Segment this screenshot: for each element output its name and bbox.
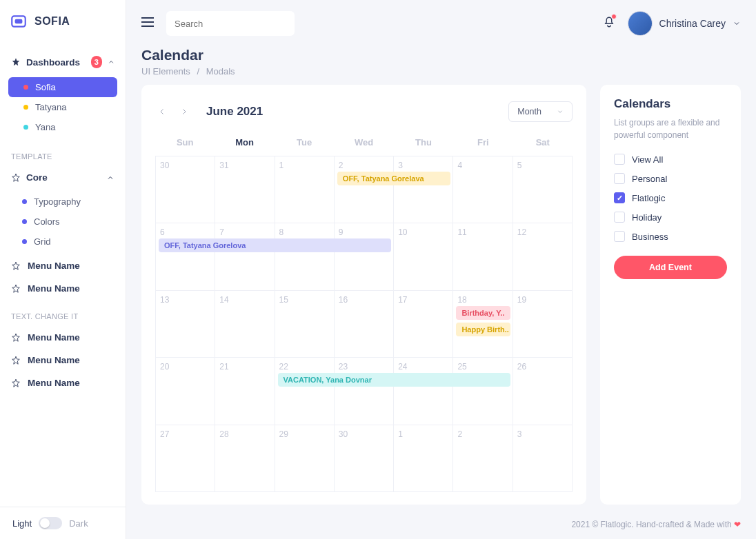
- calendar-cell[interactable]: 23: [335, 358, 394, 425]
- calendar-dow: Thu: [394, 132, 453, 156]
- calendar-cell[interactable]: 4: [453, 156, 513, 223]
- checkbox[interactable]: [614, 192, 625, 203]
- calendar-cell[interactable]: 12: [513, 223, 573, 290]
- calendar-cell[interactable]: 27: [156, 425, 215, 492]
- calendar-cell[interactable]: 7: [215, 223, 275, 290]
- add-event-button[interactable]: Add Event: [614, 256, 727, 279]
- calendar-cell[interactable]: 26: [513, 358, 573, 425]
- calendar-event[interactable]: OFF, Tatyana Gorelova: [159, 238, 391, 252]
- brand-name: SOFIA: [34, 15, 70, 28]
- calendar-view-select[interactable]: Month: [508, 101, 573, 122]
- sidebar-item[interactable]: Sofia: [8, 77, 117, 97]
- sidebar-menu-item[interactable]: Menu Name: [8, 349, 117, 372]
- calendar-cell[interactable]: 5: [513, 156, 573, 223]
- calendar-cell[interactable]: 28: [215, 425, 275, 492]
- calendar-cell[interactable]: 1: [275, 156, 335, 223]
- calendar-dow: Sun: [155, 132, 215, 156]
- calendar-cell[interactable]: 3: [394, 156, 453, 223]
- calendar-grid: 3031123456789101112131415161718192021222…: [155, 156, 573, 492]
- calendar-cell[interactable]: 14: [215, 291, 275, 358]
- sidebar: SOFIA Dashboards 3 SofiaTatyanaYana TEMP…: [0, 0, 126, 539]
- calendar-cell[interactable]: 13: [156, 291, 215, 358]
- calendar-event[interactable]: Happy Birth..: [456, 323, 510, 336]
- calendar-cell[interactable]: 29: [275, 425, 335, 492]
- theme-dark-label: Dark: [69, 518, 88, 529]
- menu-group-1: Menu NameMenu Name: [8, 254, 117, 300]
- calendar-filter[interactable]: Holiday: [614, 207, 727, 227]
- calendar-event[interactable]: Birthday, Y..: [456, 306, 510, 320]
- checkbox[interactable]: [614, 154, 625, 165]
- filter-label: Business: [632, 232, 668, 242]
- sidebar-item[interactable]: Typography: [8, 192, 117, 212]
- calendar-cell[interactable]: 15: [275, 291, 335, 358]
- search-box[interactable]: [166, 11, 295, 36]
- calendar-cell[interactable]: 30: [335, 425, 394, 492]
- calendar-filter[interactable]: Flatlogic: [614, 188, 727, 207]
- calendar-cell[interactable]: 6: [156, 223, 215, 290]
- footer: 2021 © Flatlogic. Hand-crafted & Made wi…: [126, 513, 756, 539]
- theme-toggle[interactable]: [39, 517, 62, 529]
- sidebar-group-core[interactable]: Core: [8, 166, 117, 189]
- calendar-filter[interactable]: Personal: [614, 169, 727, 188]
- calendar-filter[interactable]: View All: [614, 150, 727, 169]
- calendar-cell[interactable]: 17: [394, 291, 453, 358]
- breadcrumb-item[interactable]: Modals: [206, 66, 235, 77]
- calendar-cell[interactable]: 21: [215, 358, 275, 425]
- calendar-cell[interactable]: 1: [394, 425, 453, 492]
- sidebar-menu-item[interactable]: Menu Name: [8, 277, 117, 300]
- sidebar-item-label: Yana: [35, 122, 55, 132]
- sidebar-menu-item[interactable]: Menu Name: [8, 372, 117, 394]
- sidebar-menu-item[interactable]: Menu Name: [8, 326, 117, 349]
- checkbox[interactable]: [614, 173, 625, 184]
- calendar-cell[interactable]: 8: [275, 223, 335, 290]
- calendar-cell[interactable]: 31: [215, 156, 275, 223]
- calendar-filters: View AllPersonalFlatlogicHolidayBusiness: [614, 150, 727, 246]
- sidebar-item[interactable]: Tatyana: [8, 97, 117, 117]
- chevron-down-icon: [557, 108, 564, 115]
- logo[interactable]: SOFIA: [0, 0, 126, 43]
- calendar-cell[interactable]: 30: [156, 156, 215, 223]
- search-input[interactable]: [175, 19, 290, 29]
- dot-icon: [22, 239, 27, 244]
- calendar-cell[interactable]: 20: [156, 358, 215, 425]
- sidebar-item[interactable]: Colors: [8, 212, 117, 232]
- calendars-desc: List groups are a flexible and powerful …: [614, 116, 727, 150]
- calendar-prev-button[interactable]: [155, 105, 169, 119]
- chevron-left-icon: [158, 108, 166, 116]
- sidebar-item[interactable]: Grid: [8, 232, 117, 252]
- checkbox[interactable]: [614, 231, 625, 242]
- breadcrumb-sep: /: [192, 66, 203, 77]
- sidebar-item-label: Grid: [34, 236, 51, 247]
- user-menu[interactable]: Christina Carey: [628, 11, 741, 36]
- menu-toggle-button[interactable]: [141, 17, 154, 30]
- calendar-cell[interactable]: 9: [335, 223, 394, 290]
- checkbox[interactable]: [614, 212, 625, 223]
- calendar-cell[interactable]: 10: [394, 223, 453, 290]
- calendar-cell[interactable]: 11: [453, 223, 513, 290]
- calendar-event[interactable]: VACATION, Yana Dovnar: [278, 373, 510, 387]
- calendar-cell[interactable]: 25: [453, 358, 513, 425]
- calendar-next-button[interactable]: [177, 105, 191, 119]
- breadcrumb-item[interactable]: UI Elements: [141, 66, 190, 77]
- calendar-event[interactable]: OFF, Tatyana Gorelava: [337, 172, 451, 185]
- sidebar-menu-item[interactable]: Menu Name: [8, 254, 117, 277]
- star-outline-icon: [11, 356, 21, 365]
- calendar-cell[interactable]: 2: [453, 425, 513, 492]
- calendar-cell[interactable]: 19: [513, 291, 573, 358]
- calendar-cell[interactable]: 24: [394, 358, 453, 425]
- theme-toggle-row: Light Dark: [0, 507, 126, 539]
- sidebar-item[interactable]: Yana: [8, 117, 117, 137]
- sidebar-group-dashboards[interactable]: Dashboards 3: [8, 50, 117, 74]
- calendar-cell[interactable]: 16: [335, 291, 394, 358]
- calendar-cell[interactable]: 22: [275, 358, 335, 425]
- calendar-filter[interactable]: Business: [614, 227, 727, 246]
- menu-group-2: Menu NameMenu NameMenu Name: [8, 326, 117, 394]
- calendar-dow: Sat: [513, 132, 573, 156]
- notifications-button[interactable]: [603, 15, 615, 32]
- menu-item-label: Menu Name: [28, 378, 80, 388]
- sidebar-item-label: Tatyana: [35, 102, 67, 112]
- calendar-cell[interactable]: 3: [513, 425, 573, 492]
- chevron-right-icon: [180, 108, 188, 116]
- calendar-cell[interactable]: 2: [335, 156, 394, 223]
- star-outline-icon: [11, 333, 21, 343]
